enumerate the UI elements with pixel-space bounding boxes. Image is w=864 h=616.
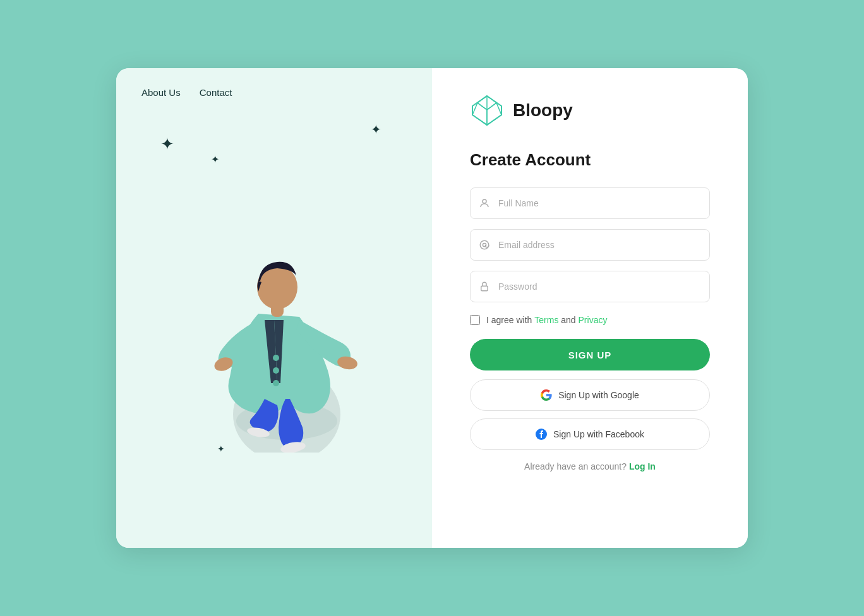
lock-icon [479, 281, 490, 292]
google-icon [541, 389, 552, 401]
svg-point-3 [273, 367, 279, 374]
terms-row: I agree with Terms and Privacy [470, 315, 710, 325]
right-panel: Bloopy Create Account [432, 68, 748, 548]
main-card: About Us Contact ✦ ✦ ✦ ✦ [116, 68, 748, 548]
terms-checkbox[interactable] [470, 315, 480, 325]
email-group [470, 229, 710, 261]
illustration-figure [160, 175, 388, 453]
email-input[interactable] [470, 229, 710, 261]
full-name-group [470, 187, 710, 219]
left-nav: About Us Contact [141, 87, 407, 98]
svg-point-4 [273, 380, 279, 386]
password-input[interactable] [470, 271, 710, 302]
svg-marker-14 [472, 103, 487, 125]
star-decoration-4: ✦ [217, 444, 225, 453]
svg-rect-19 [481, 286, 488, 291]
signup-button[interactable]: SIGN UP [470, 339, 710, 370]
login-link[interactable]: Log In [629, 461, 656, 471]
brand-name-text: Bloopy [513, 100, 573, 121]
login-prompt-text: Already have an account? [524, 461, 627, 471]
password-group [470, 271, 710, 302]
svg-point-17 [480, 240, 489, 249]
google-button-label: Sign Up with Google [558, 390, 639, 400]
illustration-area: ✦ ✦ ✦ ✦ [141, 98, 407, 529]
google-signup-button[interactable]: Sign Up with Google [470, 379, 710, 411]
user-icon [479, 198, 490, 209]
nav-about-us[interactable]: About Us [141, 87, 181, 98]
terms-text: I agree with Terms and Privacy [486, 315, 607, 325]
star-decoration-2: ✦ [211, 155, 219, 165]
left-panel: About Us Contact ✦ ✦ ✦ ✦ [116, 68, 432, 548]
facebook-icon [536, 429, 547, 440]
star-decoration-1: ✦ [160, 136, 174, 152]
svg-point-2 [273, 355, 279, 361]
form-title: Create Account [470, 150, 710, 170]
terms-link[interactable]: Terms [534, 315, 558, 325]
email-icon [479, 239, 490, 251]
nav-contact[interactable]: Contact [200, 87, 232, 98]
facebook-signup-button[interactable]: Sign Up with Facebook [470, 418, 710, 450]
brand-logo-icon [470, 93, 504, 127]
brand-header: Bloopy [470, 93, 710, 127]
star-decoration-3: ✦ [371, 123, 381, 136]
svg-marker-13 [487, 103, 501, 125]
privacy-link[interactable]: Privacy [579, 315, 608, 325]
full-name-input[interactable] [470, 187, 710, 219]
login-row: Already have an account? Log In [470, 461, 710, 471]
facebook-button-label: Sign Up with Facebook [553, 429, 644, 439]
svg-point-16 [483, 199, 486, 203]
